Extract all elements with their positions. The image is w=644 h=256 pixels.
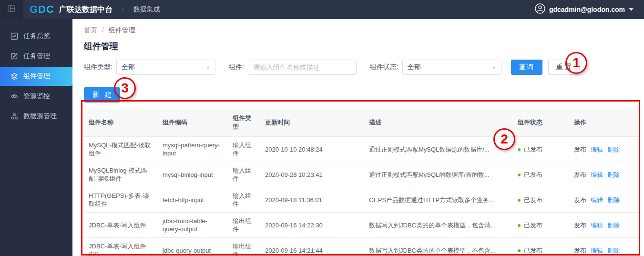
collapse-menu-icon bbox=[8, 5, 15, 14]
cell-operations: 发布编辑删除 bbox=[569, 137, 641, 162]
delete-link[interactable]: 删除 bbox=[607, 222, 620, 229]
publish-link[interactable]: 发布 bbox=[574, 222, 586, 229]
delete-link[interactable]: 删除 bbox=[607, 247, 620, 254]
status-text: 已发布 bbox=[524, 171, 542, 178]
chevron-down-icon bbox=[629, 8, 634, 11]
new-component-button[interactable]: 新 建 bbox=[84, 87, 120, 102]
cell-component-name: MySQL-模式匹配-读取组件 bbox=[84, 137, 158, 162]
sidebar-item-label: 数据源管理 bbox=[23, 112, 57, 121]
page-title: 组件管理 bbox=[84, 41, 633, 52]
search-button[interactable]: 查询 bbox=[511, 60, 542, 75]
publish-link[interactable]: 发布 bbox=[574, 247, 586, 254]
topbar: GDC 广联达数据中台 | 数据集成 gdcadmin@glodon.com bbox=[0, 0, 644, 19]
cell-updated-time: 2020-10-10 20:48:24 bbox=[260, 137, 364, 162]
table-row: JDBC-单表-写入组件 jdbc-trunc-table-query-outp… bbox=[84, 213, 641, 238]
sidebar-item-label: 组件管理 bbox=[23, 72, 50, 81]
cell-operations: 发布编辑删除 bbox=[569, 187, 641, 213]
header-component-type: 组件类型 bbox=[228, 109, 260, 137]
sidebar-item-datasource-management[interactable]: 数据源管理 bbox=[0, 107, 72, 126]
table-row: MySQLBinlog-模式匹配-读取组件 mysql-binlog-input… bbox=[84, 162, 641, 187]
task-edit-icon bbox=[10, 52, 18, 60]
sidebar-item-resource-monitor[interactable]: 资源监控 bbox=[0, 87, 72, 106]
main-content: 首页 / 组件管理 组件管理 组件类型: 全部 ∨ 组件: 组件状态: 全部 ∨… bbox=[72, 19, 644, 256]
component-status-value: 全部 bbox=[408, 63, 421, 72]
cell-component-status: 已发布 bbox=[513, 213, 569, 238]
sidebar-item-component-management[interactable]: 组件管理 bbox=[0, 67, 72, 86]
edit-link[interactable]: 编辑 bbox=[591, 171, 603, 178]
cell-updated-time: 2020-09-16 14:22:30 bbox=[260, 213, 364, 238]
header-updated-time: 更新时间 bbox=[260, 109, 364, 137]
cell-description: 数据写入到JDBC类的的单个表模型，包含清... bbox=[364, 213, 513, 238]
user-email: gdcadmin@glodon.com bbox=[549, 6, 625, 13]
eye-monitor-icon bbox=[10, 92, 18, 100]
status-dot bbox=[518, 224, 521, 227]
publish-link[interactable]: 发布 bbox=[574, 171, 586, 178]
cell-operations: 发布编辑删除 bbox=[569, 213, 641, 238]
sidebar-item-label: 任务总览 bbox=[23, 32, 50, 41]
component-status-label: 组件状态: bbox=[370, 63, 399, 72]
component-status-select[interactable]: 全部 ∨ bbox=[402, 60, 501, 75]
cell-component-status: 已发布 bbox=[513, 238, 569, 256]
status-dot bbox=[518, 199, 521, 202]
breadcrumb-separator: / bbox=[102, 26, 104, 34]
nav-data-integration[interactable]: 数据集成 bbox=[133, 5, 160, 14]
sidebar-item-task-overview[interactable]: 任务总览 bbox=[0, 27, 72, 46]
edit-link[interactable]: 编辑 bbox=[591, 146, 603, 153]
publish-link[interactable]: 发布 bbox=[574, 196, 586, 204]
cell-updated-time: 2020-09-16 14:21:44 bbox=[260, 238, 364, 256]
status-text: 已发布 bbox=[524, 146, 542, 153]
user-menu[interactable]: gdcadmin@glodon.com bbox=[535, 3, 644, 16]
chevron-down-icon: ∨ bbox=[492, 64, 496, 70]
component-name-label: 组件: bbox=[229, 63, 244, 72]
sidebar-item-task-management[interactable]: 任务管理 bbox=[0, 47, 72, 66]
cell-component-status: 已发布 bbox=[513, 187, 569, 213]
cell-component-type: 输出组件 bbox=[228, 238, 260, 256]
cell-operations: 发布编辑删除 bbox=[569, 238, 641, 256]
delete-link[interactable]: 删除 bbox=[607, 146, 620, 153]
header-component-status: 组件状态 bbox=[513, 109, 569, 137]
cell-component-code: jdbc-query-output bbox=[158, 238, 228, 256]
sidebar-item-label: 任务管理 bbox=[23, 52, 50, 61]
reset-button[interactable]: 重置 bbox=[548, 60, 580, 75]
delete-link[interactable]: 删除 bbox=[607, 196, 620, 204]
status-text: 已发布 bbox=[524, 222, 542, 229]
cell-description: GEPS产品数据通过HTTP方式读取多个业务... bbox=[364, 187, 513, 213]
cell-component-name: JDBC-单表-写入组件(旧) bbox=[84, 238, 158, 256]
status-dot bbox=[518, 148, 521, 151]
cell-component-code: mysql-binlog-input bbox=[158, 162, 228, 187]
component-type-select[interactable]: 全部 ∨ bbox=[116, 60, 215, 75]
chevron-down-icon: ∨ bbox=[206, 64, 210, 70]
cell-component-code: jdbc-trunc-table-query-output bbox=[158, 213, 228, 238]
cell-component-type: 输入组件 bbox=[228, 137, 260, 162]
cell-component-type: 输入组件 bbox=[228, 162, 260, 187]
edit-link[interactable]: 编辑 bbox=[591, 196, 603, 204]
component-type-value: 全部 bbox=[122, 63, 135, 72]
breadcrumb-home[interactable]: 首页 bbox=[84, 26, 97, 34]
cell-component-code: mysql-pattern-query-input bbox=[158, 137, 228, 162]
publish-link[interactable]: 发布 bbox=[574, 146, 586, 153]
cell-component-name: HTTP(GEPS)-多表-读取组件 bbox=[84, 187, 158, 213]
cell-updated-time: 2020-09-18 11:36:01 bbox=[260, 187, 364, 213]
gdc-logo: GDC bbox=[30, 3, 54, 16]
cell-operations: 发布编辑删除 bbox=[569, 162, 641, 187]
chart-overview-icon bbox=[10, 32, 18, 40]
component-table-body: MySQL-模式匹配-读取组件 mysql-pattern-query-inpu… bbox=[84, 137, 641, 256]
cell-component-code: fetch-http-input bbox=[158, 187, 228, 213]
status-dot bbox=[518, 174, 521, 176]
cell-description: 数据写入到JDBC类的的单个表模型，不包含... bbox=[364, 238, 513, 256]
menu-collapse-button[interactable] bbox=[0, 0, 23, 19]
table-header-row: 组件名称 组件编码 组件类型 更新时间 描述 组件状态 操作 bbox=[84, 109, 641, 137]
cell-component-name: MySQLBinlog-模式匹配-读取组件 bbox=[84, 162, 158, 187]
header-operations: 操作 bbox=[569, 109, 641, 137]
edit-link[interactable]: 编辑 bbox=[591, 222, 603, 229]
status-dot bbox=[518, 249, 521, 252]
cell-description: 通过正则模式匹配MySQL数据源的数据库/... bbox=[364, 137, 513, 162]
edit-link[interactable]: 编辑 bbox=[591, 247, 603, 254]
cell-component-name: JDBC-单表-写入组件 bbox=[84, 213, 158, 238]
delete-link[interactable]: 删除 bbox=[607, 171, 620, 178]
component-search-input[interactable] bbox=[248, 60, 357, 75]
app-title: 广联达数据中台 bbox=[59, 5, 112, 15]
breadcrumb: 首页 / 组件管理 bbox=[84, 26, 633, 35]
cell-component-status: 已发布 bbox=[513, 137, 569, 162]
cell-updated-time: 2020-09-28 10:23:41 bbox=[260, 162, 364, 187]
